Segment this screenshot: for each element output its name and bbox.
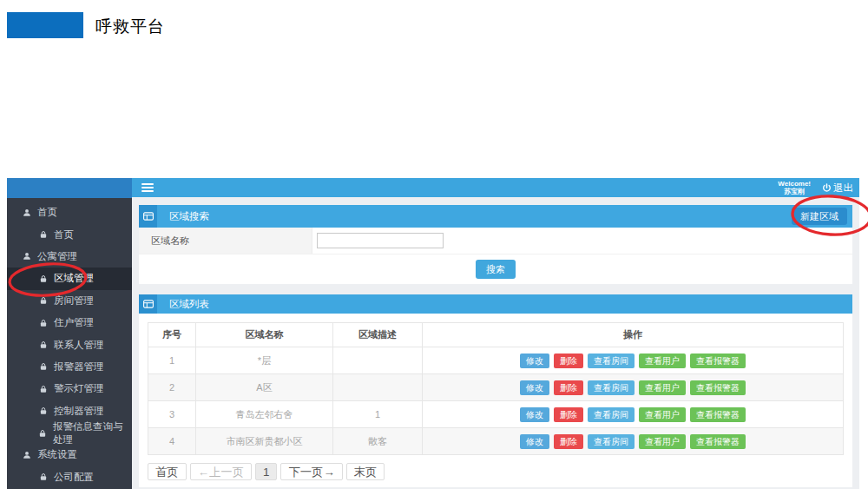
sidebar-item-6[interactable]: 联系人管理 [7,334,132,355]
view-users-button[interactable]: 查看用户 [639,434,686,449]
edit-button[interactable]: 修改 [520,380,549,395]
welcome-text: Welcome! 苏宝刚 [778,180,811,195]
lock-icon [38,362,48,371]
sidebar-item-10[interactable]: 报警信息查询与处理 [7,422,132,444]
pagination: 首页←上一页1下一页→末页 [148,463,844,480]
region-name-cell [312,228,852,254]
region-desc [333,347,423,374]
topbar: Welcome! 苏宝刚 退出 [132,178,859,197]
region-list-title: 区域列表 [169,298,209,311]
table-icon [139,205,157,228]
edit-button[interactable]: 修改 [520,434,549,449]
new-region-button[interactable]: 新建区域 [792,208,847,225]
sidebar-header [7,178,132,198]
table-header-row: 序号区域名称区域描述操作 [148,323,844,347]
row-actions: 修改删除查看房间查看用户查看报警器 [423,401,844,428]
logout-button[interactable]: 退出 [822,182,853,195]
region-search-header: 区域搜索 新建区域 [139,205,852,228]
sidebar-item-label: 首页 [37,206,57,219]
prev-page-button[interactable]: ←上一页 [190,463,252,480]
page-number-button[interactable]: 1 [255,463,277,480]
region-search-title: 区域搜索 [169,210,209,223]
region-name: A区 [196,374,333,401]
logout-label: 退出 [833,182,853,195]
page-title: 呼救平台 [95,16,165,38]
first-page-button[interactable]: 首页 [148,463,187,480]
sidebar-item-label: 系统设置 [37,448,77,461]
lock-icon [38,319,48,327]
view-alarms-button[interactable]: 查看报警器 [690,354,746,368]
view-rooms-button[interactable]: 查看房间 [588,434,635,449]
sidebar-item-label: 房间管理 [54,294,94,307]
view-alarms-button[interactable]: 查看报警器 [690,407,746,422]
sidebar-item-label: 联系人管理 [54,339,104,352]
username: 苏宝刚 [778,188,811,195]
region-list-body: 序号区域名称区域描述操作 1*层修改删除查看房间查看用户查看报警器2A区修改删除… [139,314,852,487]
region-table: 序号区域名称区域描述操作 1*层修改删除查看房间查看用户查看报警器2A区修改删除… [148,322,844,455]
sidebar-item-9[interactable]: 控制器管理 [7,400,132,422]
lock-icon [38,472,48,481]
welcome-label: Welcome! [778,180,811,188]
sidebar-item-1[interactable]: 首页 [7,223,132,245]
delete-button[interactable]: 删除 [554,407,583,422]
page: 呼救平台 首页首页公寓管理区域管理房间管理住户管理联系人管理报警器管理警示灯管理… [0,0,868,489]
lock-icon [38,406,48,415]
view-alarms-button[interactable]: 查看报警器 [690,434,746,449]
lock-icon [38,230,48,239]
person-icon [22,252,31,261]
logo [7,12,83,38]
search-row: 搜索 [139,254,852,284]
person-icon [22,451,31,459]
view-users-button[interactable]: 查看用户 [639,380,686,395]
lock-icon [38,296,48,305]
region-name-row: 区域名称 [139,228,852,254]
sidebar-item-12[interactable]: 公司配置 [7,466,132,488]
view-rooms-button[interactable]: 查看房间 [588,407,635,422]
row-actions: 修改删除查看房间查看用户查看报警器 [423,347,844,374]
region-search-panel: 区域搜索 新建区域 区域名称 搜索 [139,205,852,284]
sidebar-item-label: 报警信息查询与处理 [53,420,132,446]
delete-button[interactable]: 删除 [554,380,583,395]
last-page-button[interactable]: 末页 [346,463,385,480]
search-button[interactable]: 搜索 [476,260,516,279]
region-desc [333,374,423,401]
sidebar-item-8[interactable]: 警示灯管理 [7,378,132,400]
admin-app: 首页首页公寓管理区域管理房间管理住户管理联系人管理报警器管理警示灯管理控制器管理… [7,178,859,489]
view-rooms-button[interactable]: 查看房间 [588,380,635,395]
menu-toggle-icon[interactable] [141,183,154,192]
lock-icon [38,429,47,438]
delete-button[interactable]: 删除 [554,434,583,449]
sidebar-item-label: 控制器管理 [54,405,104,418]
sidebar-item-5[interactable]: 住户管理 [7,312,132,334]
row-actions: 修改删除查看房间查看用户查看报警器 [423,374,844,401]
edit-button[interactable]: 修改 [520,407,549,422]
lock-icon [38,274,48,283]
next-page-button[interactable]: 下一页→ [280,463,342,480]
sidebar-item-0[interactable]: 首页 [7,202,132,223]
region-name: 青岛左邻右舍 [196,401,333,428]
sidebar-item-3[interactable]: 区域管理 [7,268,132,289]
sidebar-item-label: 区域管理 [54,272,94,285]
table-row: 1*层修改删除查看房间查看用户查看报警器 [148,347,844,374]
sidebar-item-11[interactable]: 系统设置 [7,444,132,466]
row-number: 4 [148,428,196,455]
view-users-button[interactable]: 查看用户 [639,407,686,422]
view-alarms-button[interactable]: 查看报警器 [690,380,746,395]
person-icon [22,208,31,217]
sidebar-item-2[interactable]: 公寓管理 [7,246,132,268]
lock-icon [38,340,48,349]
edit-button[interactable]: 修改 [520,354,549,368]
region-desc: 1 [333,401,423,428]
view-users-button[interactable]: 查看用户 [639,354,686,368]
sidebar-item-4[interactable]: 房间管理 [7,290,132,312]
sidebar-item-label: 首页 [54,228,74,241]
sidebar-item-label: 警示灯管理 [54,382,104,395]
column-header: 区域名称 [196,323,333,347]
view-rooms-button[interactable]: 查看房间 [588,354,635,368]
sidebar-item-7[interactable]: 报警器管理 [7,356,132,378]
region-name-input[interactable] [317,233,444,248]
table-icon [139,294,157,314]
delete-button[interactable]: 删除 [554,354,583,368]
row-number: 1 [148,347,196,374]
region-list-header: 区域列表 [139,294,852,314]
